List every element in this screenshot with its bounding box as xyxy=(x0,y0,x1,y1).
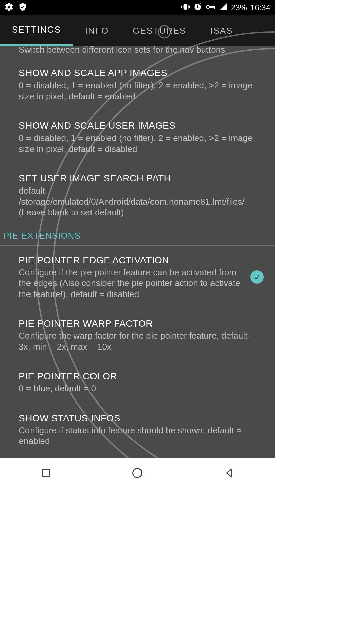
shield-check-icon xyxy=(18,2,27,13)
item-title: SHOW AND SCALE APP IMAGES xyxy=(19,68,267,78)
battery-text: 23% xyxy=(231,3,247,12)
status-right: 23% 16:34 xyxy=(181,2,270,13)
tab-isas[interactable]: ISAS xyxy=(198,15,245,46)
item-show-scale-user-images[interactable]: SHOW AND SCALE USER IMAGES 0 = disabled,… xyxy=(0,111,275,164)
item-title: PIE POINTER COLOR xyxy=(19,371,267,382)
item-user-image-search-path[interactable]: SET USER IMAGE SEARCH PATH default = /st… xyxy=(0,164,275,227)
status-bar: 23% 16:34 xyxy=(0,0,275,15)
item-subtitle: 0 = disabled, 1 = enabled (no filter), 2… xyxy=(19,80,267,102)
item-subtitle: Configure the warp factor for the pie po… xyxy=(19,330,267,352)
item-subtitle: 0 = disabled, 1 = enabled (no filter), 2… xyxy=(19,132,267,154)
vibrate-icon xyxy=(181,2,190,13)
item-title: PIE POINTER EDGE ACTIVATION xyxy=(19,255,244,266)
gear-icon xyxy=(4,2,14,13)
item-title: SHOW AND SCALE USER IMAGES xyxy=(19,120,267,131)
recent-apps-button[interactable] xyxy=(19,468,73,478)
item-pie-pointer-warp-factor[interactable]: PIE POINTER WARP FACTOR Configure the wa… xyxy=(0,309,275,362)
alarm-icon xyxy=(193,2,202,13)
signal-icon xyxy=(219,2,228,13)
checkbox-checked-icon[interactable] xyxy=(250,270,264,284)
clock-text: 16:34 xyxy=(250,3,270,12)
home-button[interactable] xyxy=(111,467,164,479)
status-left xyxy=(4,2,27,13)
tab-info[interactable]: INFO xyxy=(73,15,121,46)
item-show-status-infos[interactable]: SHOW STATUS INFOS Configure if status in… xyxy=(0,404,275,456)
tabs: SETTINGS INFO GESTURES ISAS xyxy=(0,15,275,46)
vpn-key-icon xyxy=(205,3,216,12)
tab-gestures[interactable]: GESTURES xyxy=(121,15,198,46)
item-subtitle: Configure if the pie pointer feature can… xyxy=(19,267,244,300)
item-subtitle: default = /storage/emulated/0/Android/da… xyxy=(19,185,267,218)
item-subtitle: 0 = blue, default = 0 xyxy=(19,383,267,394)
item-title: SHOW STATUS INFOS xyxy=(19,413,267,424)
item-show-scale-app-images[interactable]: SHOW AND SCALE APP IMAGES 0 = disabled, … xyxy=(0,58,275,111)
settings-list[interactable]: Switch between different icon sets for t… xyxy=(0,46,275,458)
item-pie-pointer-edge-activation[interactable]: PIE POINTER EDGE ACTIVATION Configure if… xyxy=(0,246,275,309)
partial-item-subtitle: Switch between different icon sets for t… xyxy=(0,46,275,58)
section-header-pie-extensions: PIE EXTENSIONS xyxy=(0,227,275,246)
item-title: SET USER IMAGE SEARCH PATH xyxy=(19,173,267,184)
svg-rect-4 xyxy=(42,469,49,476)
item-title: PIE POINTER WARP FACTOR xyxy=(19,318,267,329)
item-pie-status-info-colors[interactable]: PIE STATUS INFO COLORS 0 = white, defaul… xyxy=(0,456,275,458)
nav-bar xyxy=(0,458,275,488)
tab-settings[interactable]: SETTINGS xyxy=(0,15,73,46)
item-pie-pointer-color[interactable]: PIE POINTER COLOR 0 = blue, default = 0 xyxy=(0,362,275,404)
back-button[interactable] xyxy=(202,467,256,479)
svg-point-5 xyxy=(133,469,142,478)
svg-point-1 xyxy=(207,6,209,8)
item-subtitle: Configure if status info feature should … xyxy=(19,425,267,447)
svg-rect-3 xyxy=(214,6,215,9)
